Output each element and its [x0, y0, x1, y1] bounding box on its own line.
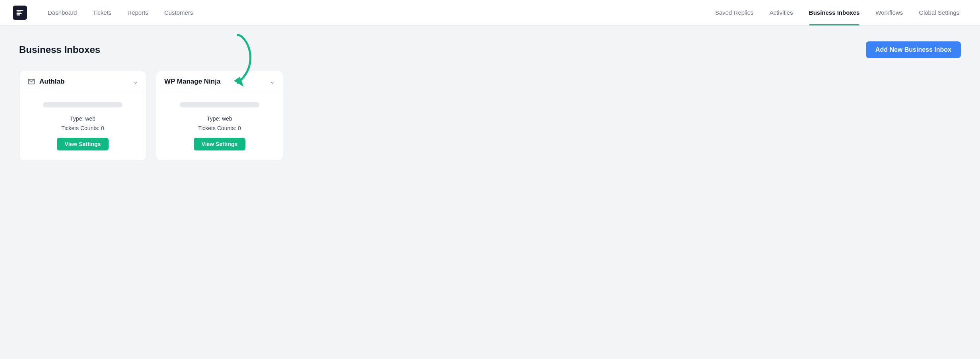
page-title: Business Inboxes	[19, 44, 100, 55]
authlab-chevron-icon[interactable]: ⌄	[133, 78, 138, 85]
navbar: Dashboard Tickets Reports Customers Save…	[0, 0, 980, 25]
authlab-type-label: Type: web	[70, 115, 95, 122]
inbox-card-body-authlab: Type: web Tickets Counts: 0 View Setting…	[19, 92, 146, 160]
inbox-card-authlab: Authlab ⌄ Type: web Tickets Counts: 0 Vi…	[19, 71, 146, 160]
inbox-cards-row: Authlab ⌄ Type: web Tickets Counts: 0 Vi…	[19, 71, 961, 160]
nav-item-business-inboxes[interactable]: Business Inboxes	[801, 0, 868, 25]
nav-item-activities[interactable]: Activities	[762, 0, 801, 25]
main-content: Business Inboxes Add New Business Inbox …	[0, 25, 980, 176]
wp-manage-ninja-tickets-label: Tickets Counts: 0	[198, 125, 241, 131]
nav-links: Dashboard Tickets Reports Customers Save…	[40, 0, 967, 25]
wp-manage-ninja-avatar-placeholder	[180, 102, 259, 107]
inbox-card-header-authlab: Authlab ⌄	[19, 71, 146, 92]
inbox-email-icon	[27, 78, 35, 86]
nav-item-saved-replies[interactable]: Saved Replies	[707, 0, 762, 25]
inbox-card-body-wp-manage-ninja: Type: web Tickets Counts: 0 View Setting…	[156, 92, 283, 160]
inbox-card-title-authlab: Authlab	[27, 78, 64, 86]
nav-item-reports[interactable]: Reports	[119, 0, 156, 25]
nav-item-tickets[interactable]: Tickets	[85, 0, 119, 25]
wp-manage-ninja-type-label: Type: web	[207, 115, 232, 122]
inbox-card-header-wp-manage-ninja: WP Manage Ninja ⌄	[156, 71, 283, 92]
nav-item-customers[interactable]: Customers	[156, 0, 201, 25]
wp-manage-ninja-view-settings-button[interactable]: View Settings	[194, 138, 246, 150]
inbox-name-authlab: Authlab	[39, 78, 64, 86]
page-header: Business Inboxes Add New Business Inbox	[19, 41, 961, 58]
inbox-card-wp-manage-ninja: WP Manage Ninja ⌄ Type: web Tickets Coun…	[156, 71, 283, 160]
app-logo[interactable]	[13, 6, 27, 20]
add-new-business-inbox-button[interactable]: Add New Business Inbox	[866, 41, 961, 58]
wp-manage-ninja-chevron-icon[interactable]: ⌄	[270, 78, 275, 85]
authlab-view-settings-button[interactable]: View Settings	[57, 138, 109, 150]
authlab-avatar-placeholder	[43, 102, 122, 107]
nav-item-workflows[interactable]: Workflows	[867, 0, 911, 25]
authlab-tickets-label: Tickets Counts: 0	[61, 125, 104, 131]
nav-item-global-settings[interactable]: Global Settings	[911, 0, 967, 25]
inbox-card-title-wp-manage-ninja: WP Manage Ninja	[164, 78, 220, 86]
inbox-name-wp-manage-ninja: WP Manage Ninja	[164, 78, 220, 86]
nav-item-dashboard[interactable]: Dashboard	[40, 0, 85, 25]
